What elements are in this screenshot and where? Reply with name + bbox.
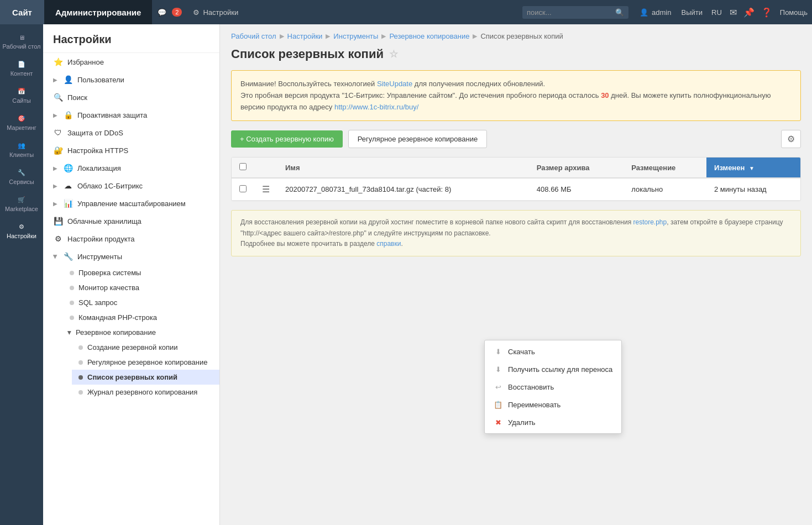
nav-subitem-php-cli[interactable]: Командная PHP-строка <box>63 310 219 325</box>
alert-line2: Это пробная версия продукта "1С-Битрикс:… <box>240 90 792 113</box>
th-modified[interactable]: Изменен ▼ <box>706 158 800 178</box>
context-menu-get-link[interactable]: ⬇ Получить ссылку для переноса <box>485 360 621 378</box>
nav-subitem-label: Регулярное резервное копирование <box>87 358 207 366</box>
ddos-icon: 🛡 <box>53 128 63 138</box>
breadcrumb-backup[interactable]: Резервное копирование <box>389 32 469 40</box>
buy-link[interactable]: http://www.1c-bitrix.ru/buy/ <box>334 103 418 111</box>
dot-icon <box>78 345 83 350</box>
alert-prefix: Внимание! Воспользуйтесь технологией <box>240 80 377 88</box>
row-checkbox[interactable] <box>239 185 247 192</box>
nav-subitem-backup[interactable]: ▶ Резервное копирование <box>63 325 219 340</box>
nav-item-scaling[interactable]: ▶ 📊 Управление масштабированием <box>43 195 219 212</box>
nav-item-proactive[interactable]: ▶ 🔒 Проактивная защита <box>43 106 219 124</box>
breadcrumb-sep: ▶ <box>326 33 330 40</box>
sidebar-item-label: Сервисы <box>9 179 34 185</box>
lang-selector[interactable]: RU <box>707 8 726 17</box>
nav-subitem-label: Создание резервной копии <box>87 343 178 351</box>
nav-item-https[interactable]: 🔐 Настройка HTTPS <box>43 141 219 159</box>
create-backup-button[interactable]: + Создать резервную копию <box>231 130 343 148</box>
help-link[interactable]: справки <box>376 240 401 248</box>
breadcrumb: Рабочий стол ▶ Настройки ▶ Инструменты ▶… <box>220 24 812 45</box>
nav-item-users[interactable]: ▶ 👤 Пользователи <box>43 71 219 88</box>
nav-item-tools[interactable]: ▶ 🔧 Инструменты <box>43 248 219 265</box>
siteupdate-link[interactable]: SiteUpdate <box>377 80 412 88</box>
th-modified-label: Изменен <box>714 164 745 172</box>
nav-subitem-sql[interactable]: SQL запрос <box>63 295 219 310</box>
nav-subitem-backup-log[interactable]: Журнал резервного копирования <box>72 385 219 400</box>
sidebar-item-sites[interactable]: 📅 Сайты <box>0 82 43 109</box>
sidebar-item-clients[interactable]: 👥 Клиенты <box>0 136 43 164</box>
nav-subitem-system-check[interactable]: Проверка системы <box>63 265 219 280</box>
breadcrumb-tools[interactable]: Инструменты <box>333 32 378 40</box>
table-settings-button[interactable]: ⚙ <box>781 130 801 148</box>
sidebar-item-services[interactable]: 🔧 Сервисы <box>0 164 43 191</box>
sidebar-item-desktop[interactable]: 🖥 Рабочий стол <box>0 29 43 55</box>
cloud-icon: ☁ <box>63 181 73 191</box>
search-form[interactable]: 🔍 <box>522 6 628 19</box>
sidebar-item-label: Настройки <box>7 233 36 239</box>
content-area: + Создать резервную копию Регулярное рез… <box>220 130 812 256</box>
sidebar-item-settings[interactable]: ⚙ Настройки <box>0 218 43 245</box>
nav-subitem-label: Резервное копирование <box>76 328 156 337</box>
context-menu-restore[interactable]: ↩ Восстановить <box>485 378 621 396</box>
nav-subitem-create-backup[interactable]: Создание резервной копии <box>72 340 219 355</box>
alert-box: Внимание! Воспользуйтесь технологией Sit… <box>231 70 801 121</box>
nav-subitem-label: Командная PHP-строка <box>78 313 157 322</box>
sidebar-item-marketplace[interactable]: 🛒 Marketplace <box>0 191 43 218</box>
https-icon: 🔐 <box>53 145 63 155</box>
help-button[interactable]: ❓ <box>758 7 776 18</box>
pin-icon-button[interactable]: 📌 <box>740 7 758 18</box>
info-more-text: Подробнее вы можете прочитать в разделе <box>240 240 376 248</box>
desktop-icon: 🖥 <box>19 34 25 41</box>
nav-item-favorites[interactable]: ⭐ Избранное <box>43 53 219 71</box>
nav-subitem-regular-backup[interactable]: Регулярное резервное копирование <box>72 355 219 370</box>
th-checkbox <box>232 158 254 178</box>
nav-item-cloud[interactable]: ▶ ☁ Облако 1С-Битрикс <box>43 177 219 195</box>
logout-button[interactable]: Выйти <box>677 8 708 17</box>
topbar-settings-label: Настройки <box>203 8 238 17</box>
context-menu-get-link-label: Получить ссылку для переноса <box>508 365 612 374</box>
sidebar-title: Настройки <box>43 24 219 53</box>
rename-icon: 📋 <box>494 400 502 409</box>
arrow-icon: ▶ <box>53 77 57 83</box>
sidebar-item-label: Контент <box>11 70 33 77</box>
favorite-star-icon[interactable]: ☆ <box>389 48 398 60</box>
username-label: admin <box>652 8 671 17</box>
nav-item-localization[interactable]: ▶ 🌐 Локализация <box>43 159 219 177</box>
backup-table-container: Имя Размер архива Размещение Изменен ▼ <box>231 157 801 201</box>
clients-icon: 👥 <box>18 142 25 149</box>
mail-icon-button[interactable]: ✉ <box>726 7 740 18</box>
sidebar-item-content[interactable]: 📄 Контент <box>0 55 43 82</box>
nav-item-product[interactable]: ⚙ Настройки продукта <box>43 230 219 248</box>
nav-subitem-backup-list[interactable]: Список резервных копий <box>72 370 219 385</box>
select-all-checkbox[interactable] <box>239 163 247 170</box>
search-input[interactable] <box>527 8 615 17</box>
context-menu-rename[interactable]: 📋 Переименовать <box>485 396 621 413</box>
regular-backup-button[interactable]: Регулярное резервное копирование <box>348 130 487 148</box>
site-tab[interactable]: Сайт <box>0 0 44 24</box>
topbar-notifications[interactable]: 💬 2 <box>152 8 187 17</box>
nav-item-label: Управление масштабированием <box>77 200 186 208</box>
topbar-settings-link[interactable]: ⚙ Настройки <box>187 8 244 17</box>
breadcrumb-settings[interactable]: Настройки <box>287 32 323 40</box>
storage-icon: 💾 <box>53 216 63 226</box>
topbar: Сайт Администрирование 💬 2 ⚙ Настройки 🔍… <box>0 0 812 24</box>
restore-php-link[interactable]: restore.php <box>633 218 667 226</box>
tools-icon: 🔧 <box>63 251 73 261</box>
nav-item-storage[interactable]: 💾 Облачные хранилища <box>43 212 219 230</box>
nav-subitem-quality[interactable]: Монитор качества <box>63 280 219 295</box>
nav-subitem-label: SQL запрос <box>78 298 117 307</box>
nav-item-label: Поиск <box>67 93 87 102</box>
admin-tab[interactable]: Администрирование <box>44 0 152 24</box>
arrow-expanded-icon: ▶ <box>67 330 72 334</box>
sidebar-item-marketing[interactable]: 🎯 Маркетинг <box>0 109 43 136</box>
context-menu-delete[interactable]: ✖ Удалить <box>485 413 621 431</box>
content-toolbar: + Создать резервную копию Регулярное рез… <box>220 130 812 157</box>
nav-item-ddos[interactable]: 🛡 Защита от DDoS <box>43 124 219 141</box>
breadcrumb-desktop[interactable]: Рабочий стол <box>231 32 276 40</box>
context-menu-download[interactable]: ⬇ Скачать <box>485 343 621 360</box>
sort-arrow-icon: ▼ <box>749 165 755 171</box>
breadcrumb-sep: ▶ <box>381 33 386 40</box>
nav-item-search[interactable]: 🔍 Поиск <box>43 88 219 106</box>
row-menu-cell[interactable]: ☰ <box>254 178 277 201</box>
